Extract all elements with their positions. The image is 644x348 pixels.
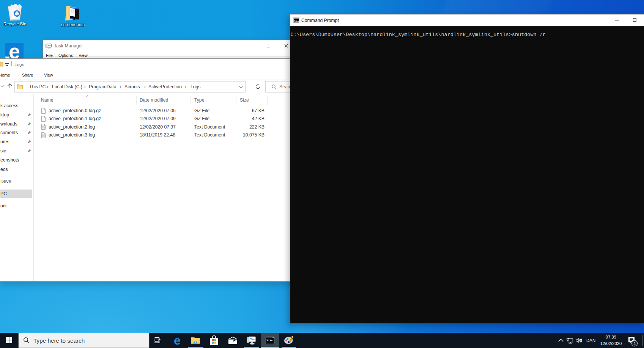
svg-text:C:\: C:\ xyxy=(267,339,271,342)
svg-text:C:\: C:\ xyxy=(294,19,299,22)
svg-text:1: 1 xyxy=(634,341,636,346)
